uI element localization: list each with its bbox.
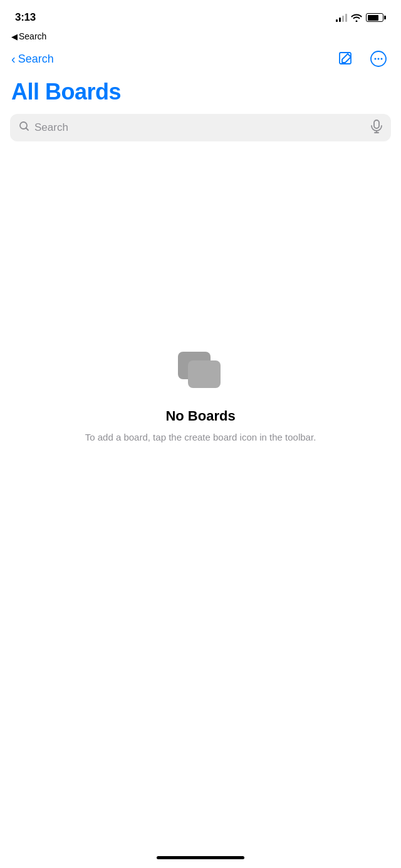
svg-point-3 [378, 58, 380, 60]
search-back-text: Search [19, 31, 46, 41]
search-input[interactable] [34, 121, 366, 134]
battery-icon [366, 13, 386, 22]
status-bar: 3:13 [0, 0, 401, 31]
search-back-nav-label[interactable]: ◀ Search [0, 31, 401, 43]
status-time: 3:13 [15, 11, 36, 24]
back-button[interactable]: ‹ Search [11, 53, 54, 66]
page-title: All Boards [11, 79, 390, 105]
boards-empty-icon [178, 352, 223, 397]
svg-point-2 [375, 58, 377, 60]
search-bar[interactable] [10, 114, 391, 141]
nav-right-icons [335, 48, 390, 70]
empty-subtitle: To add a board, tap the create board ico… [85, 431, 316, 445]
empty-state: No Boards To add a board, tap the create… [0, 352, 401, 445]
microphone-icon[interactable] [371, 120, 382, 136]
wifi-icon [351, 13, 362, 22]
status-icons [336, 13, 386, 22]
compose-button[interactable] [335, 48, 357, 70]
page-title-section: All Boards [0, 75, 401, 114]
board-front [188, 360, 221, 388]
more-button[interactable] [367, 48, 390, 70]
back-arrow-small: ◀ [11, 32, 18, 41]
back-chevron-icon: ‹ [11, 53, 16, 65]
nav-bar: ‹ Search [0, 43, 401, 75]
svg-point-4 [381, 58, 383, 60]
home-indicator [157, 856, 244, 859]
empty-title: No Boards [165, 408, 235, 424]
signal-icon [336, 13, 347, 22]
svg-rect-6 [374, 120, 379, 128]
search-bar-container [0, 114, 401, 151]
back-button-label: Search [18, 53, 54, 66]
search-icon [19, 121, 29, 135]
